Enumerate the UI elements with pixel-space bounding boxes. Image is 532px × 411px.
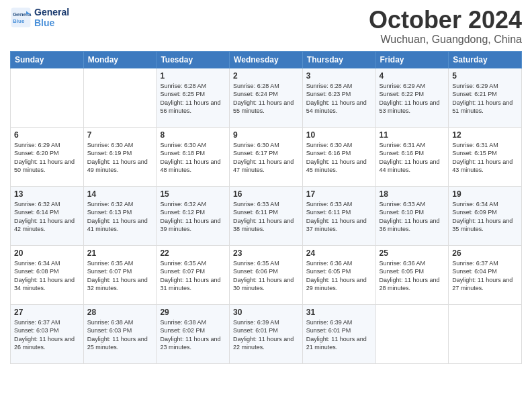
day-info: Sunrise: 6:37 AM Sunset: 6:03 PM Dayligh… (14, 318, 80, 352)
day-info: Sunrise: 6:30 AM Sunset: 6:16 PM Dayligh… (306, 141, 372, 175)
calendar-day-cell: 11Sunrise: 6:31 AM Sunset: 6:16 PM Dayli… (375, 127, 449, 186)
page: General Blue General Blue October 2024 W… (0, 0, 532, 411)
calendar-day-cell: 7Sunrise: 6:30 AM Sunset: 6:19 PM Daylig… (83, 127, 157, 186)
weekday-header-cell: Sunday (11, 51, 84, 68)
day-info: Sunrise: 6:36 AM Sunset: 6:05 PM Dayligh… (306, 259, 372, 293)
calendar-day-cell (83, 68, 157, 127)
calendar-day-cell: 4Sunrise: 6:29 AM Sunset: 6:22 PM Daylig… (375, 68, 449, 127)
day-number: 19 (452, 189, 518, 199)
day-number: 2 (233, 71, 299, 81)
calendar-day-cell: 1Sunrise: 6:28 AM Sunset: 6:25 PM Daylig… (157, 68, 230, 127)
weekday-header-cell: Friday (375, 51, 449, 68)
day-info: Sunrise: 6:32 AM Sunset: 6:14 PM Dayligh… (14, 200, 80, 234)
calendar-week-row: 27Sunrise: 6:37 AM Sunset: 6:03 PM Dayli… (11, 304, 522, 363)
svg-text:General: General (13, 11, 32, 17)
day-number: 17 (306, 189, 372, 199)
day-number: 30 (233, 308, 299, 317)
calendar-day-cell: 5Sunrise: 6:29 AM Sunset: 6:21 PM Daylig… (449, 68, 522, 127)
calendar-day-cell: 8Sunrise: 6:30 AM Sunset: 6:18 PM Daylig… (157, 127, 230, 186)
day-info: Sunrise: 6:28 AM Sunset: 6:24 PM Dayligh… (233, 82, 299, 116)
day-number: 9 (233, 130, 299, 140)
calendar-day-cell: 18Sunrise: 6:33 AM Sunset: 6:10 PM Dayli… (375, 186, 449, 245)
day-number: 12 (452, 130, 518, 140)
calendar-day-cell (11, 68, 84, 127)
calendar-day-cell (375, 304, 449, 363)
day-number: 31 (306, 308, 372, 317)
calendar-body: 1Sunrise: 6:28 AM Sunset: 6:25 PM Daylig… (11, 68, 522, 363)
day-number: 5 (452, 71, 518, 81)
day-info: Sunrise: 6:38 AM Sunset: 6:03 PM Dayligh… (87, 318, 153, 352)
calendar-week-row: 6Sunrise: 6:29 AM Sunset: 6:20 PM Daylig… (11, 127, 522, 186)
day-number: 7 (87, 130, 153, 140)
calendar-table: SundayMondayTuesdayWednesdayThursdayFrid… (10, 51, 522, 364)
title-block: October 2024 Wuchuan, Guangdong, China (369, 7, 522, 46)
calendar-day-cell: 9Sunrise: 6:30 AM Sunset: 6:17 PM Daylig… (230, 127, 303, 186)
day-info: Sunrise: 6:34 AM Sunset: 6:08 PM Dayligh… (14, 259, 80, 293)
day-number: 6 (14, 130, 80, 140)
logo-text-general: General (34, 7, 69, 17)
logo: General Blue General Blue (10, 7, 69, 28)
calendar-day-cell: 2Sunrise: 6:28 AM Sunset: 6:24 PM Daylig… (230, 68, 303, 127)
day-number: 29 (160, 308, 226, 317)
calendar-week-row: 13Sunrise: 6:32 AM Sunset: 6:14 PM Dayli… (11, 186, 522, 245)
day-info: Sunrise: 6:35 AM Sunset: 6:07 PM Dayligh… (87, 259, 153, 293)
day-number: 13 (14, 189, 80, 199)
calendar-day-cell: 25Sunrise: 6:36 AM Sunset: 6:05 PM Dayli… (375, 245, 449, 304)
day-number: 4 (380, 71, 445, 81)
calendar-day-cell: 29Sunrise: 6:38 AM Sunset: 6:02 PM Dayli… (157, 304, 230, 363)
day-number: 15 (160, 189, 226, 199)
calendar-day-cell: 17Sunrise: 6:33 AM Sunset: 6:11 PM Dayli… (302, 186, 375, 245)
day-number: 1 (160, 71, 226, 81)
day-number: 14 (87, 189, 153, 199)
day-info: Sunrise: 6:33 AM Sunset: 6:11 PM Dayligh… (306, 200, 372, 234)
calendar-day-cell: 3Sunrise: 6:28 AM Sunset: 6:23 PM Daylig… (302, 68, 375, 127)
day-info: Sunrise: 6:36 AM Sunset: 6:05 PM Dayligh… (380, 259, 445, 293)
day-info: Sunrise: 6:33 AM Sunset: 6:11 PM Dayligh… (233, 200, 299, 234)
calendar-day-cell: 14Sunrise: 6:32 AM Sunset: 6:13 PM Dayli… (83, 186, 157, 245)
day-info: Sunrise: 6:39 AM Sunset: 6:01 PM Dayligh… (233, 318, 299, 352)
day-info: Sunrise: 6:31 AM Sunset: 6:15 PM Dayligh… (452, 141, 518, 175)
calendar-day-cell: 19Sunrise: 6:34 AM Sunset: 6:09 PM Dayli… (449, 186, 522, 245)
logo-text-blue: Blue (34, 17, 69, 28)
weekday-header-row: SundayMondayTuesdayWednesdayThursdayFrid… (11, 51, 522, 68)
day-number: 21 (87, 248, 153, 258)
day-info: Sunrise: 6:31 AM Sunset: 6:16 PM Dayligh… (380, 141, 445, 175)
day-number: 8 (160, 130, 226, 140)
day-info: Sunrise: 6:29 AM Sunset: 6:21 PM Dayligh… (452, 82, 518, 116)
svg-text:Blue: Blue (13, 18, 25, 24)
day-info: Sunrise: 6:35 AM Sunset: 6:06 PM Dayligh… (233, 259, 299, 293)
calendar-week-row: 20Sunrise: 6:34 AM Sunset: 6:08 PM Dayli… (11, 245, 522, 304)
calendar-day-cell: 27Sunrise: 6:37 AM Sunset: 6:03 PM Dayli… (11, 304, 84, 363)
day-info: Sunrise: 6:38 AM Sunset: 6:02 PM Dayligh… (160, 318, 226, 352)
day-info: Sunrise: 6:30 AM Sunset: 6:17 PM Dayligh… (233, 141, 299, 175)
calendar-day-cell: 30Sunrise: 6:39 AM Sunset: 6:01 PM Dayli… (230, 304, 303, 363)
calendar-day-cell: 15Sunrise: 6:32 AM Sunset: 6:12 PM Dayli… (157, 186, 230, 245)
calendar-day-cell: 23Sunrise: 6:35 AM Sunset: 6:06 PM Dayli… (230, 245, 303, 304)
day-info: Sunrise: 6:34 AM Sunset: 6:09 PM Dayligh… (452, 200, 518, 234)
calendar-day-cell: 22Sunrise: 6:35 AM Sunset: 6:07 PM Dayli… (157, 245, 230, 304)
day-number: 18 (380, 189, 445, 199)
day-info: Sunrise: 6:29 AM Sunset: 6:20 PM Dayligh… (14, 141, 80, 175)
location-title: Wuchuan, Guangdong, China (369, 34, 522, 46)
day-info: Sunrise: 6:30 AM Sunset: 6:18 PM Dayligh… (160, 141, 226, 175)
weekday-header-cell: Tuesday (157, 51, 230, 68)
day-info: Sunrise: 6:35 AM Sunset: 6:07 PM Dayligh… (160, 259, 226, 293)
day-number: 27 (14, 308, 80, 317)
weekday-header-cell: Wednesday (230, 51, 303, 68)
calendar-day-cell: 24Sunrise: 6:36 AM Sunset: 6:05 PM Dayli… (302, 245, 375, 304)
calendar-day-cell: 26Sunrise: 6:37 AM Sunset: 6:04 PM Dayli… (449, 245, 522, 304)
day-number: 24 (306, 248, 372, 258)
calendar-day-cell: 10Sunrise: 6:30 AM Sunset: 6:16 PM Dayli… (302, 127, 375, 186)
day-info: Sunrise: 6:37 AM Sunset: 6:04 PM Dayligh… (452, 259, 518, 293)
day-number: 10 (306, 130, 372, 140)
calendar-day-cell: 21Sunrise: 6:35 AM Sunset: 6:07 PM Dayli… (83, 245, 157, 304)
day-number: 11 (380, 130, 445, 140)
calendar-day-cell: 6Sunrise: 6:29 AM Sunset: 6:20 PM Daylig… (11, 127, 84, 186)
day-info: Sunrise: 6:32 AM Sunset: 6:12 PM Dayligh… (160, 200, 226, 234)
day-number: 16 (233, 189, 299, 199)
day-info: Sunrise: 6:28 AM Sunset: 6:25 PM Dayligh… (160, 82, 226, 116)
calendar-day-cell: 28Sunrise: 6:38 AM Sunset: 6:03 PM Dayli… (83, 304, 157, 363)
day-info: Sunrise: 6:30 AM Sunset: 6:19 PM Dayligh… (87, 141, 153, 175)
day-number: 25 (380, 248, 445, 258)
calendar-day-cell: 20Sunrise: 6:34 AM Sunset: 6:08 PM Dayli… (11, 245, 84, 304)
